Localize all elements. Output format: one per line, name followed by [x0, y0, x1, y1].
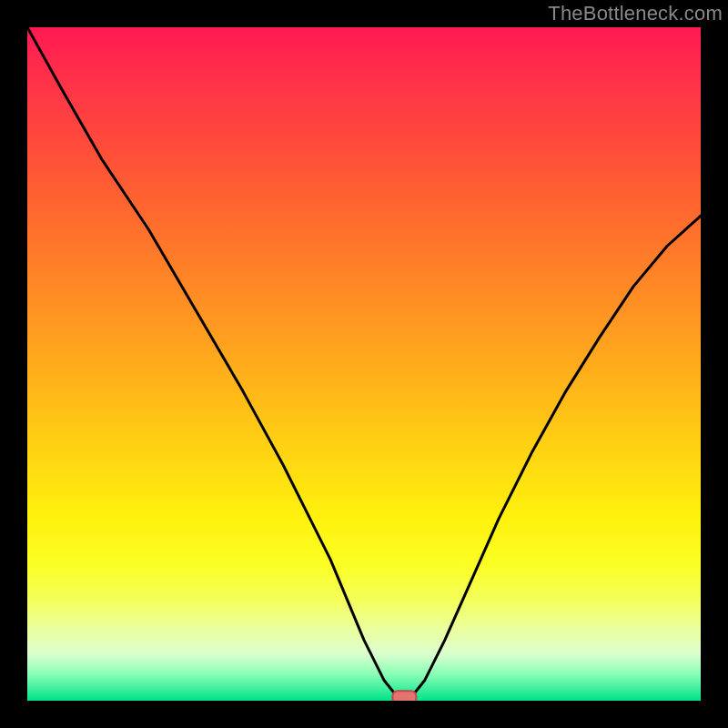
- curve-svg: [27, 27, 701, 701]
- optimal-marker: [392, 691, 416, 701]
- bottleneck-curve: [27, 27, 701, 697]
- plot-area: [27, 27, 701, 701]
- watermark-text: TheBottleneck.com: [548, 2, 723, 25]
- chart-frame: TheBottleneck.com: [0, 0, 728, 728]
